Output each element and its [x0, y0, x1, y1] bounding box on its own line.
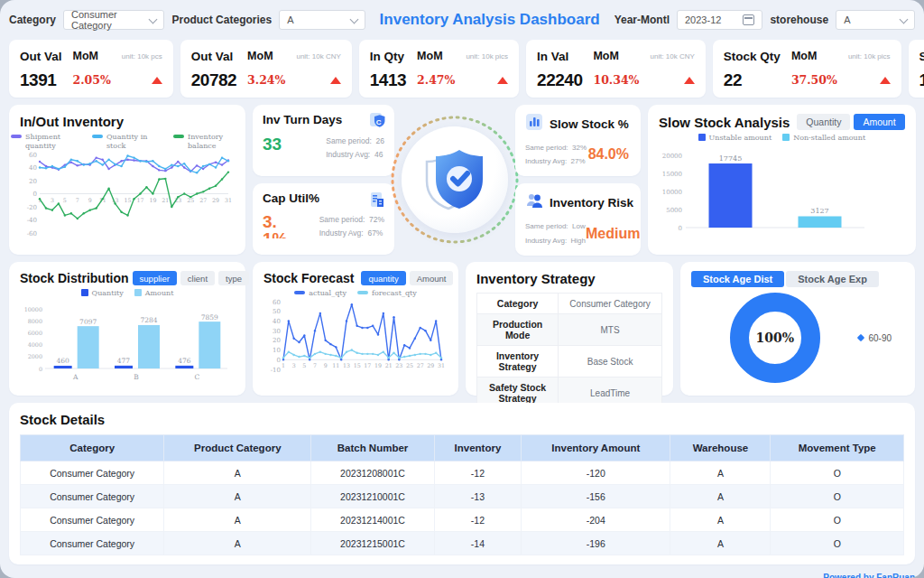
powered-by-credit[interactable]: Powered by FanRuan: [823, 573, 915, 578]
kpi-card-out-val-qty: Out Val MoM unit: 10k pcs 1391 2.05%: [9, 40, 173, 98]
category-select[interactable]: Consumer Category: [63, 10, 164, 30]
column-header[interactable]: Category: [21, 435, 164, 461]
column-header[interactable]: Batch Number: [311, 435, 434, 461]
legend-item[interactable]: Quantity: [81, 289, 124, 298]
legend-item[interactable]: Amount: [134, 289, 174, 298]
cell-inventory: -14: [434, 532, 521, 555]
tab-amount[interactable]: Amount: [854, 114, 904, 130]
svg-text:7284: 7284: [140, 316, 157, 324]
svg-text:19: 19: [374, 362, 382, 368]
industry-avg-label: Industry Avg:: [319, 228, 364, 238]
kpi-mom-label: MoM: [593, 50, 639, 62]
tab-quantity[interactable]: quantity: [361, 271, 405, 285]
tab-quantity[interactable]: Quantity: [797, 114, 850, 130]
svg-text:-40: -40: [27, 217, 37, 224]
kpi-value: 20782: [191, 70, 236, 90]
svg-text:29: 29: [427, 362, 434, 368]
svg-text:17: 17: [364, 362, 371, 368]
legend-marker-icon: [81, 289, 88, 296]
security-emblem: [402, 105, 508, 255]
table-row[interactable]: Consumer Category A 20231208001C -12 -12…: [21, 461, 904, 485]
kpi-unit: unit: 10k pics: [848, 52, 891, 61]
cell-product-category: A: [164, 461, 311, 485]
svg-text:60: 60: [29, 152, 37, 159]
column-header[interactable]: Inventory Amount: [522, 435, 670, 461]
legend-marker-icon: [173, 135, 184, 138]
legend-marker-icon: [294, 291, 305, 294]
dist-bar-chart: 0200040006000800010000A4607097B4777284C4…: [20, 298, 235, 385]
svg-text:7097: 7097: [79, 318, 97, 326]
industry-avg-label: Industry Avg:: [525, 237, 567, 245]
product-categories-select[interactable]: A: [279, 10, 365, 30]
svg-text:7: 7: [76, 197, 79, 203]
tab-client[interactable]: client: [180, 271, 215, 285]
legend-item[interactable]: Quantity in stock: [92, 133, 162, 151]
table-row: Inventory Strategy Base Stock: [477, 346, 662, 378]
tab-supplier[interactable]: supplier: [133, 271, 177, 285]
svg-text:476: 476: [178, 357, 191, 365]
svg-text:27: 27: [417, 362, 424, 368]
legend-item[interactable]: Unstable amount: [698, 134, 772, 143]
svg-text:C: C: [376, 118, 382, 126]
column-header[interactable]: Movement Type: [771, 435, 904, 461]
cell-movement-type: O: [771, 485, 904, 508]
cell-inventory-amount: -120: [522, 461, 670, 485]
legend-item[interactable]: Non-stalled amount: [782, 134, 865, 143]
svg-text:0: 0: [33, 191, 37, 198]
kpi-mom-value: 3.24%: [247, 73, 285, 87]
same-period-label: Same period:: [319, 215, 365, 224]
cell-movement-type: O: [771, 508, 904, 532]
kpi-mom-value: 37.50%: [791, 73, 837, 87]
column-header[interactable]: Product Category: [164, 435, 311, 461]
legend-label: 60-90: [868, 333, 892, 343]
kpi-card-out-val-cny: Out Val MoM unit: 10k CNY 20782 3.24%: [180, 40, 352, 98]
legend-item[interactable]: actual_qty: [294, 289, 346, 298]
tab-stock-age-dist[interactable]: Stock Age Dist: [691, 271, 784, 287]
metric-value: Medium: [586, 226, 642, 242]
metric-column-right: Slow Stock % Same period: 32% Industry A…: [515, 105, 641, 255]
tab-stock-age-exp[interactable]: Stock Age Exp: [786, 271, 879, 287]
table-row[interactable]: Consumer Category A 20231214001C -12 -20…: [21, 508, 904, 532]
table-row[interactable]: Consumer Category A 20231210001C -13 -15…: [21, 485, 904, 508]
column-header[interactable]: Warehouse: [670, 435, 771, 461]
metric-title: Inventory Risk: [550, 196, 633, 210]
shield-badge-icon: C: [368, 112, 386, 134]
legend-item[interactable]: forecast_qty: [357, 289, 417, 298]
strategy-value: Consumer Category: [559, 294, 662, 314]
inventory-risk-card: Inventory Risk Same period: Low Industry…: [515, 183, 641, 255]
cell-warehouse: A: [670, 532, 771, 555]
industry-avg-label: Industry Avg:: [525, 157, 567, 165]
legend-marker-icon: [134, 289, 142, 296]
table-row[interactable]: Consumer Category A 20231215001C -14 -19…: [21, 532, 904, 555]
svg-text:50: 50: [273, 308, 281, 315]
svg-text:15: 15: [125, 197, 132, 203]
legend-item[interactable]: Shipment quantity: [11, 133, 81, 151]
same-period-value: Low: [572, 222, 586, 230]
cell-batch-number: 20231208001C: [311, 461, 434, 485]
svg-text:23: 23: [395, 362, 402, 368]
legend-item[interactable]: Inventory balance: [173, 133, 244, 151]
svg-text:15: 15: [354, 362, 361, 368]
slow-bar-chart: 05000100001500020000177453127: [659, 143, 905, 242]
svg-text:8000: 8000: [28, 318, 42, 325]
table-row: Production Mode MTS: [477, 314, 662, 346]
column-header[interactable]: Inventory: [434, 435, 521, 461]
storehouse-select[interactable]: A: [836, 10, 915, 30]
kpi-name: In Qty: [370, 50, 406, 63]
cell-product-category: A: [164, 508, 311, 532]
trend-up-icon: [880, 77, 891, 84]
tab-type[interactable]: type: [218, 271, 249, 285]
forecast-legend: actual_qtyforecast_qty: [263, 289, 448, 298]
tab-amount[interactable]: Amount: [410, 271, 454, 285]
year-month-value: 2023-12: [685, 14, 721, 25]
kpi-mom-value: 2.47%: [417, 73, 455, 87]
product-categories-label: Product Categories: [171, 14, 272, 26]
svg-text:30: 30: [273, 328, 281, 335]
cell-inventory: -12: [434, 461, 521, 485]
trend-up-icon: [497, 77, 508, 84]
kpi-name: Stock Qty: [724, 50, 781, 63]
stock-distribution-panel: Stock Distribution supplier client type …: [9, 262, 245, 396]
inout-legend: Shipment quantityQuantity in stockInvent…: [20, 133, 235, 151]
year-month-picker[interactable]: 2023-12: [677, 10, 762, 30]
svg-text:40: 40: [273, 318, 281, 325]
